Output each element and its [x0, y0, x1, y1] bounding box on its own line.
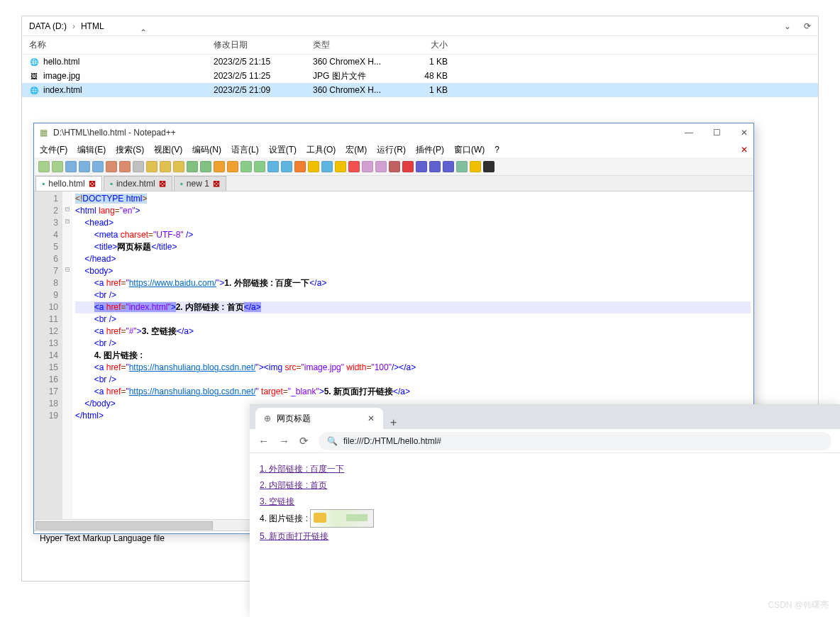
fold-marker[interactable]: [62, 193, 72, 205]
toolbar-button[interactable]: [321, 161, 333, 172]
toolbar-button[interactable]: [443, 161, 454, 172]
toolbar-button[interactable]: [173, 161, 184, 172]
new-tab-icon[interactable]: +: [390, 416, 397, 429]
col-type[interactable]: 类型: [313, 39, 405, 51]
toolbar-button[interactable]: [92, 161, 104, 172]
toolbar-button[interactable]: [267, 161, 279, 172]
menu-item[interactable]: 工具(O): [306, 144, 336, 156]
minimize-icon[interactable]: —: [685, 128, 693, 138]
fold-marker[interactable]: [62, 374, 72, 386]
fold-marker[interactable]: [62, 398, 72, 410]
menu-item[interactable]: 视图(V): [154, 144, 182, 156]
titlebar[interactable]: ▦ D:\HTML\hello.html - Notepad++ — ☐ ✕: [34, 123, 753, 142]
link-empty[interactable]: 3. 空链接: [260, 496, 294, 506]
toolbar-button[interactable]: [416, 161, 427, 172]
fold-marker[interactable]: [62, 338, 72, 350]
toolbar-button[interactable]: [133, 161, 144, 172]
editor-tab[interactable]: ▪hello.html⊠: [35, 176, 102, 191]
tab-close-icon[interactable]: ⊠: [213, 179, 220, 189]
fold-marker[interactable]: [62, 350, 72, 362]
toolbar-button[interactable]: [456, 161, 468, 172]
fold-marker[interactable]: ⊟: [62, 205, 72, 217]
toolbar-button[interactable]: [38, 161, 50, 172]
fold-marker[interactable]: [62, 362, 72, 374]
refresh-icon[interactable]: ⟳: [804, 21, 811, 31]
menu-item[interactable]: 编辑(E): [77, 144, 106, 156]
fold-marker[interactable]: [62, 410, 72, 422]
menu-item[interactable]: 窗口(W): [454, 144, 485, 156]
fold-marker[interactable]: [62, 229, 72, 241]
menu-item[interactable]: 设置(T): [269, 144, 297, 156]
toolbar-button[interactable]: [375, 161, 387, 172]
fold-marker[interactable]: [62, 289, 72, 301]
fold-marker[interactable]: [62, 326, 72, 338]
toolbar-button[interactable]: [294, 161, 306, 172]
col-name[interactable]: 名称: [29, 39, 214, 51]
fold-marker[interactable]: [62, 386, 72, 398]
reload-icon[interactable]: ⟳: [299, 435, 309, 448]
menu-item[interactable]: 文件(F): [40, 144, 67, 156]
close-tabs-icon[interactable]: ✕: [741, 145, 748, 155]
toolbar-button[interactable]: [200, 161, 211, 172]
image-link[interactable]: [310, 509, 374, 528]
toolbar[interactable]: [34, 157, 753, 176]
link-internal[interactable]: 2. 内部链接 : 首页: [260, 480, 327, 490]
toolbar-button[interactable]: [389, 161, 400, 172]
toolbar-button[interactable]: [187, 161, 198, 172]
fold-marker[interactable]: [62, 301, 72, 313]
toolbar-button[interactable]: [254, 161, 265, 172]
toolbar-button[interactable]: [241, 161, 252, 172]
file-row[interactable]: 🌐hello.html2023/2/5 21:15360 ChromeX H..…: [22, 55, 818, 69]
fold-marker[interactable]: ⊟: [62, 265, 72, 277]
toolbar-button[interactable]: [335, 161, 346, 172]
fold-marker[interactable]: [62, 313, 72, 326]
menubar[interactable]: 文件(F)编辑(E)搜索(S)视图(V)编码(N)语言(L)设置(T)工具(O)…: [34, 142, 753, 157]
toolbar-button[interactable]: [119, 161, 131, 172]
tab-close-icon[interactable]: ✕: [368, 413, 375, 423]
menu-item[interactable]: 宏(M): [346, 144, 367, 156]
toolbar-button[interactable]: [214, 161, 225, 172]
address-bar[interactable]: 🔍 file:///D:/HTML/hello.html#: [319, 432, 831, 450]
maximize-icon[interactable]: ☐: [713, 128, 721, 138]
toolbar-button[interactable]: [483, 161, 494, 172]
tab-close-icon[interactable]: ⊠: [89, 179, 96, 189]
back-icon[interactable]: ←: [258, 435, 269, 447]
editor-tab[interactable]: ▪new 1⊠: [174, 176, 226, 191]
menu-item[interactable]: 插件(P): [416, 144, 444, 156]
col-size[interactable]: 大小: [405, 39, 448, 51]
toolbar-button[interactable]: [79, 161, 90, 172]
forward-icon[interactable]: →: [279, 435, 289, 447]
menu-item[interactable]: 搜索(S): [116, 144, 144, 156]
fold-marker[interactable]: [62, 241, 72, 253]
menu-item[interactable]: 语言(L): [231, 144, 259, 156]
file-row[interactable]: 🌐index.html2023/2/5 21:09360 ChromeX H..…: [22, 83, 818, 97]
url-text[interactable]: file:///D:/HTML/hello.html#: [343, 436, 441, 446]
toolbar-button[interactable]: [362, 161, 373, 172]
toolbar-button[interactable]: [106, 161, 117, 172]
fold-gutter[interactable]: ⊟⊟⊟: [62, 191, 72, 519]
toolbar-button[interactable]: [429, 161, 441, 172]
fold-marker[interactable]: [62, 253, 72, 265]
fold-marker[interactable]: ⊟: [62, 217, 72, 229]
menu-item[interactable]: 运行(R): [377, 144, 406, 156]
browser-tab[interactable]: ⊕ 网页标题 ✕: [255, 408, 383, 429]
link-external[interactable]: 1. 外部链接 : 百度一下: [260, 464, 344, 474]
fold-marker[interactable]: [62, 277, 72, 289]
editor-tabs[interactable]: ▪hello.html⊠▪index.html⊠▪new 1⊠: [34, 176, 753, 191]
column-headers[interactable]: 名称 修改日期 类型 大小: [22, 36, 818, 55]
editor-tab[interactable]: ▪index.html⊠: [104, 176, 172, 191]
toolbar-button[interactable]: [348, 161, 360, 172]
tab-close-icon[interactable]: ⊠: [159, 179, 166, 189]
toolbar-button[interactable]: [227, 161, 238, 172]
toolbar-button[interactable]: [281, 161, 292, 172]
dropdown-icon[interactable]: ⌄: [784, 21, 791, 31]
close-icon[interactable]: ✕: [741, 128, 748, 138]
toolbar-button[interactable]: [65, 161, 77, 172]
col-date[interactable]: 修改日期: [214, 39, 313, 51]
menu-item[interactable]: 编码(N): [192, 144, 221, 156]
toolbar-button[interactable]: [52, 161, 63, 172]
file-row[interactable]: 🖼image.jpg2023/2/5 11:25JPG 图片文件48 KB: [22, 69, 818, 83]
toolbar-button[interactable]: [402, 161, 414, 172]
toolbar-button[interactable]: [470, 161, 481, 172]
toolbar-button[interactable]: [146, 161, 158, 172]
